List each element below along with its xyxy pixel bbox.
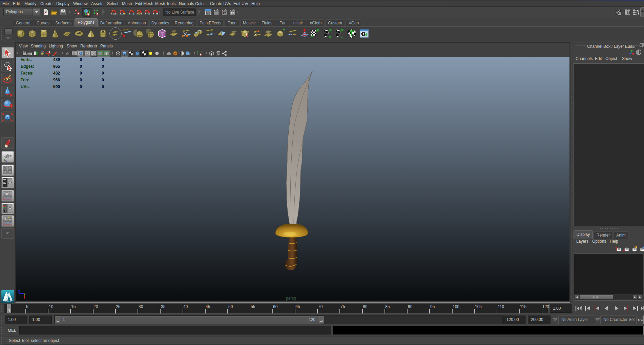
svg-text:z: z — [18, 289, 20, 293]
svg-text:IPR: IPR — [223, 12, 226, 14]
svg-text:x: x — [23, 296, 25, 300]
svg-text:MAYA: MAYA — [5, 300, 11, 303]
svg-text:y: y — [24, 292, 26, 296]
svg-text:T: T — [106, 52, 108, 55]
